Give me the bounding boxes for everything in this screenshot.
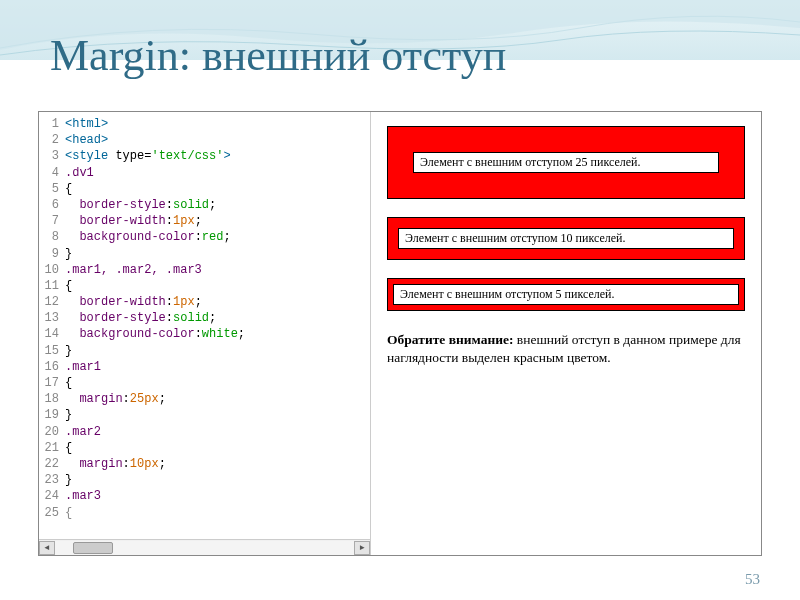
scroll-left-button[interactable]: ◄ bbox=[39, 541, 55, 555]
line-number: 12 bbox=[39, 294, 65, 310]
preview-note: Обратите внимание: внешний отступ в данн… bbox=[387, 331, 745, 367]
line-number: 1 bbox=[39, 116, 65, 132]
code-text: { bbox=[65, 505, 72, 521]
scroll-thumb[interactable] bbox=[73, 542, 113, 554]
scroll-track[interactable] bbox=[55, 541, 354, 555]
line-number: 10 bbox=[39, 262, 65, 278]
scroll-right-button[interactable]: ► bbox=[354, 541, 370, 555]
code-line: 22 margin:10px; bbox=[39, 456, 370, 472]
line-number: 14 bbox=[39, 326, 65, 342]
code-text: } bbox=[65, 343, 72, 359]
line-number: 22 bbox=[39, 456, 65, 472]
code-line: 25{ bbox=[39, 505, 370, 521]
code-text: border-width:1px; bbox=[65, 294, 202, 310]
code-text: border-style:solid; bbox=[65, 310, 216, 326]
code-line: 19} bbox=[39, 407, 370, 423]
code-text: border-style:solid; bbox=[65, 197, 216, 213]
code-text: .mar2 bbox=[65, 424, 101, 440]
line-number: 8 bbox=[39, 229, 65, 245]
margin-demo-5-label: Элемент с внешним отступом 5 пикселей. bbox=[393, 284, 739, 305]
line-number: 6 bbox=[39, 197, 65, 213]
code-text: { bbox=[65, 440, 72, 456]
code-line: 3<style type='text/css'> bbox=[39, 148, 370, 164]
code-text: margin:10px; bbox=[65, 456, 166, 472]
line-number: 17 bbox=[39, 375, 65, 391]
horizontal-scrollbar[interactable]: ◄ ► bbox=[39, 539, 370, 555]
code-line: 1<html> bbox=[39, 116, 370, 132]
code-text: background-color:red; bbox=[65, 229, 231, 245]
line-number: 16 bbox=[39, 359, 65, 375]
line-number: 20 bbox=[39, 424, 65, 440]
code-text: .dv1 bbox=[65, 165, 94, 181]
code-text: .mar3 bbox=[65, 488, 101, 504]
code-line: 23} bbox=[39, 472, 370, 488]
margin-demo-10: Элемент с внешним отступом 10 пикселей. bbox=[387, 217, 745, 260]
code-line: 13 border-style:solid; bbox=[39, 310, 370, 326]
slide-title: Margin: внешний отступ bbox=[0, 0, 800, 101]
code-listing: 1<html>2<head>3<style type='text/css'>4.… bbox=[39, 112, 370, 539]
line-number: 21 bbox=[39, 440, 65, 456]
code-text: { bbox=[65, 181, 72, 197]
code-text: } bbox=[65, 246, 72, 262]
code-line: 12 border-width:1px; bbox=[39, 294, 370, 310]
line-number: 9 bbox=[39, 246, 65, 262]
code-text: { bbox=[65, 278, 72, 294]
preview-pane: Элемент с внешним отступом 25 пикселей. … bbox=[371, 112, 761, 555]
line-number: 4 bbox=[39, 165, 65, 181]
code-text: margin:25px; bbox=[65, 391, 166, 407]
code-line: 24.mar3 bbox=[39, 488, 370, 504]
code-line: 9} bbox=[39, 246, 370, 262]
code-text: border-width:1px; bbox=[65, 213, 202, 229]
line-number: 19 bbox=[39, 407, 65, 423]
line-number: 13 bbox=[39, 310, 65, 326]
code-line: 4.dv1 bbox=[39, 165, 370, 181]
line-number: 24 bbox=[39, 488, 65, 504]
preview-note-bold: Обратите внимание: bbox=[387, 332, 513, 347]
code-line: 7 border-width:1px; bbox=[39, 213, 370, 229]
line-number: 18 bbox=[39, 391, 65, 407]
line-number: 7 bbox=[39, 213, 65, 229]
line-number: 3 bbox=[39, 148, 65, 164]
content-container: 1<html>2<head>3<style type='text/css'>4.… bbox=[38, 111, 762, 556]
line-number: 11 bbox=[39, 278, 65, 294]
code-text: .mar1 bbox=[65, 359, 101, 375]
code-line: 11{ bbox=[39, 278, 370, 294]
code-line: 17{ bbox=[39, 375, 370, 391]
margin-demo-25: Элемент с внешним отступом 25 пикселей. bbox=[387, 126, 745, 199]
code-line: 15} bbox=[39, 343, 370, 359]
line-number: 23 bbox=[39, 472, 65, 488]
code-line: 21{ bbox=[39, 440, 370, 456]
code-text: <head> bbox=[65, 132, 108, 148]
code-line: 18 margin:25px; bbox=[39, 391, 370, 407]
code-text: } bbox=[65, 472, 72, 488]
line-number: 2 bbox=[39, 132, 65, 148]
code-text: <html> bbox=[65, 116, 108, 132]
code-line: 16.mar1 bbox=[39, 359, 370, 375]
code-text: <style type='text/css'> bbox=[65, 148, 231, 164]
code-line: 14 background-color:white; bbox=[39, 326, 370, 342]
margin-demo-5: Элемент с внешним отступом 5 пикселей. bbox=[387, 278, 745, 311]
margin-demo-10-label: Элемент с внешним отступом 10 пикселей. bbox=[398, 228, 734, 249]
code-line: 10.mar1, .mar2, .mar3 bbox=[39, 262, 370, 278]
code-editor-pane: 1<html>2<head>3<style type='text/css'>4.… bbox=[39, 112, 371, 555]
code-line: 6 border-style:solid; bbox=[39, 197, 370, 213]
code-text: background-color:white; bbox=[65, 326, 245, 342]
code-line: 20.mar2 bbox=[39, 424, 370, 440]
code-text: { bbox=[65, 375, 72, 391]
margin-demo-25-label: Элемент с внешним отступом 25 пикселей. bbox=[413, 152, 719, 173]
code-text: .mar1, .mar2, .mar3 bbox=[65, 262, 202, 278]
code-text: } bbox=[65, 407, 72, 423]
code-line: 5{ bbox=[39, 181, 370, 197]
page-number: 53 bbox=[745, 571, 760, 588]
code-line: 8 background-color:red; bbox=[39, 229, 370, 245]
line-number: 5 bbox=[39, 181, 65, 197]
line-number: 25 bbox=[39, 505, 65, 521]
line-number: 15 bbox=[39, 343, 65, 359]
code-line: 2<head> bbox=[39, 132, 370, 148]
